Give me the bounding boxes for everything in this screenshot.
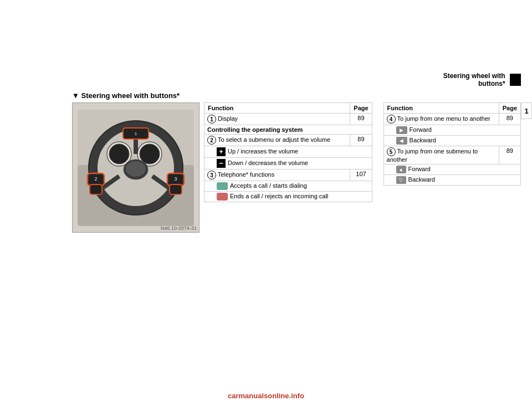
- svg-rect-16: [170, 184, 182, 194]
- row5-function: 5To jump from one submenu to another: [383, 146, 499, 165]
- row2-sub-minus: −Down / decreases the volume: [204, 158, 372, 169]
- row5-sub-forward: ▲Forward: [383, 165, 520, 175]
- table-row: ▽Backward: [383, 175, 520, 186]
- image-caption: N46.10-2074-31: [161, 225, 197, 231]
- right-table: Function Page 4To jump from one menu to …: [383, 102, 521, 186]
- num-circle-3: 3: [207, 171, 216, 179]
- row4-function: 4To jump from one menu to another: [383, 114, 499, 125]
- page-container: Steering wheel with buttons* Steering wh…: [0, 0, 532, 411]
- table-row: Ends a call / rejects an incoming call: [204, 192, 372, 202]
- right-table-wrapper: Function Page 4To jump from one menu to …: [383, 102, 521, 233]
- table-row: 2To select a submenu or adjust the volum…: [204, 135, 372, 146]
- header-title: Steering wheel with buttons*: [421, 72, 505, 88]
- controlling-text: Controlling the operating system: [207, 126, 303, 133]
- svg-point-6: [109, 144, 129, 164]
- row3-page: 107: [350, 169, 372, 181]
- row3-sub-end: Ends a call / rejects an incoming call: [204, 192, 372, 202]
- minus-icon: −: [217, 159, 226, 168]
- steering-wheel-area: 2 3 1 N46.10-2074-31: [72, 102, 200, 233]
- svg-text:3: 3: [174, 176, 177, 182]
- down-arrow-icon: ▽: [396, 176, 406, 184]
- header-area: Steering wheel with buttons*: [421, 72, 532, 88]
- row4-sub-forward: ▶Forward: [383, 125, 520, 136]
- left-table-wrapper: Function Page 1Display 89: [204, 102, 372, 233]
- table-divider: [377, 102, 379, 233]
- plus-icon: +: [217, 147, 226, 156]
- row1-function: 1Display: [204, 114, 350, 125]
- row1-page: 89: [350, 114, 372, 125]
- num-circle-1: 1: [207, 115, 216, 124]
- table-row: +Up / increases the volume: [204, 146, 372, 158]
- left-table: Function Page 1Display 89: [204, 102, 372, 202]
- table-row: −Down / decreases the volume: [204, 158, 372, 169]
- row2-page: 89: [350, 135, 372, 146]
- table-row: 5To jump from one submenu to another 89: [383, 146, 520, 165]
- table-row: 3Telephone* functions 107: [204, 169, 372, 181]
- tables-area: Function Page 1Display 89: [204, 102, 521, 233]
- svg-point-12: [126, 161, 146, 177]
- page-number-bar: 1: [521, 102, 532, 119]
- table-row: Controlling the operating system: [204, 125, 372, 135]
- row5-page: 89: [499, 146, 520, 165]
- up-arrow-icon: ▲: [396, 166, 406, 173]
- phone-accept-icon: [217, 182, 228, 190]
- row3-function: 3Telephone* functions: [204, 169, 350, 181]
- num-circle-5: 5: [387, 147, 396, 156]
- section-title: Steering wheel with buttons*: [72, 91, 180, 100]
- row3-sub-accept: Accepts a call / starts dialing: [204, 181, 372, 192]
- forward-icon: ▶: [396, 126, 407, 134]
- row4-sub-backward: ◀Backward: [383, 136, 520, 146]
- left-table-page-header: Page: [350, 103, 372, 114]
- watermark: carmanualsonline.info: [0, 392, 532, 400]
- left-table-function-header: Function: [204, 103, 350, 114]
- num-circle-2: 2: [207, 136, 216, 145]
- row5-sub-backward: ▽Backward: [383, 175, 520, 186]
- right-table-function-header: Function: [383, 103, 499, 114]
- phone-end-icon: [217, 193, 228, 201]
- table-row: ◀Backward: [383, 136, 520, 146]
- svg-text:2: 2: [94, 176, 97, 182]
- row2-function: 2To select a submenu or adjust the volum…: [204, 135, 350, 146]
- svg-rect-14: [90, 184, 102, 194]
- table-row: ▲Forward: [383, 165, 520, 175]
- num-circle-4: 4: [387, 115, 396, 124]
- steering-wheel-image: 2 3 1 N46.10-2074-31: [72, 102, 200, 233]
- main-content: 2 3 1 N46.10-2074-31 Function Page: [72, 102, 521, 233]
- svg-text:1: 1: [135, 131, 137, 136]
- header-black-square: [510, 74, 521, 86]
- table-row: ▶Forward: [383, 125, 520, 136]
- row-controlling-function: Controlling the operating system: [204, 125, 372, 135]
- row4-page: 89: [499, 114, 520, 125]
- row2-sub-plus: +Up / increases the volume: [204, 146, 372, 158]
- table-row: Accepts a call / starts dialing: [204, 181, 372, 192]
- right-table-page-header: Page: [499, 103, 520, 114]
- backward-icon: ◀: [396, 137, 407, 145]
- table-row: 4To jump from one menu to another 89: [383, 114, 520, 125]
- table-row: 1Display 89: [204, 114, 372, 125]
